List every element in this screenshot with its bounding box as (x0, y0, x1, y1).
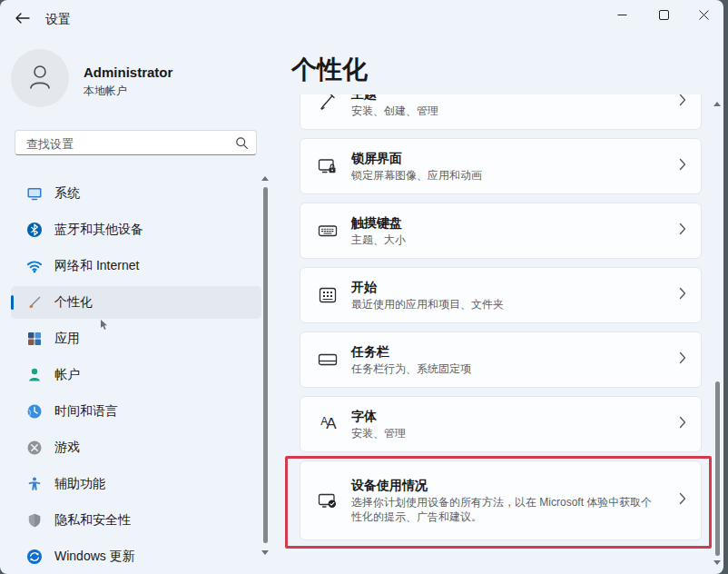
sidebar-item-label: 时间和语言 (54, 403, 118, 420)
accounts-icon (26, 367, 43, 383)
chevron-right-icon (679, 94, 686, 110)
chevron-right-icon (679, 416, 686, 432)
sidebar-item-windows-update[interactable]: Windows 更新 (11, 540, 261, 573)
sidebar-item-label: Windows 更新 (54, 549, 135, 565)
list-item-device-usage[interactable]: 设备使用情况 选择你计划使用设备的所有方法，以在 Microsoft 体验中获取… (300, 460, 702, 540)
sidebar-item-label: 应用 (54, 331, 80, 347)
sidebar-item-apps[interactable]: 应用 (11, 322, 261, 355)
windows-update-icon (26, 549, 43, 565)
settings-window: 设置 Administrator 本地帐户 系统 (0, 0, 723, 574)
back-arrow-icon (15, 14, 31, 27)
sidebar-item-label: 辅助功能 (54, 476, 105, 492)
back-button[interactable] (11, 9, 34, 29)
list-item-title: 字体 (351, 408, 406, 424)
apps-icon (26, 331, 43, 347)
sidebar-scrollbar-thumb[interactable] (263, 187, 268, 543)
user-icon (25, 61, 55, 95)
list-item-title: 任务栏 (351, 343, 471, 360)
settings-list: 主题 安装、创建、管理 锁屏界面 锁定屏幕图像、应用和动画 (300, 94, 702, 574)
sidebar-item-label: 隐私和安全性 (54, 512, 131, 529)
sidebar-scroll-up-arrow[interactable] (261, 176, 269, 181)
user-account-type: 本地帐户 (84, 84, 127, 99)
main-scroll-up-arrow[interactable] (713, 102, 721, 106)
sidebar-item-personalization[interactable]: 个性化 (11, 286, 261, 319)
system-icon (26, 185, 43, 202)
page-title: 个性化 (291, 53, 368, 87)
list-item-subtitle: 主题、大小 (351, 233, 406, 247)
sidebar-scroll-down-arrow[interactable] (261, 550, 269, 555)
mouse-cursor (100, 318, 109, 334)
user-name: Administrator (84, 64, 172, 80)
sidebar-item-privacy[interactable]: 隐私和安全性 (11, 504, 261, 537)
sidebar-item-label: 系统 (54, 185, 80, 202)
list-item-subtitle: 锁定屏幕图像、应用和动画 (351, 168, 482, 183)
list-item-subtitle: 最近使用的应用和项目、文件夹 (351, 297, 504, 312)
maximize-icon (659, 9, 669, 23)
sidebar-item-accounts[interactable]: 帐户 (11, 359, 261, 391)
search-box (15, 130, 257, 155)
sidebar-item-time-language[interactable]: 时间和语言 (11, 395, 261, 428)
sidebar-item-label: 蓝牙和其他设备 (54, 222, 143, 238)
personalization-icon (26, 294, 43, 311)
lock-screen-icon (316, 154, 339, 178)
sidebar-item-bluetooth[interactable]: 蓝牙和其他设备 (11, 213, 261, 246)
list-item-lock-screen[interactable]: 锁屏界面 锁定屏幕图像、应用和动画 (300, 138, 702, 194)
network-icon (26, 258, 43, 274)
accessibility-icon (26, 476, 43, 492)
list-item-taskbar[interactable]: 任务栏 任务栏行为、系统固定项 (300, 332, 702, 388)
list-item-title: 主题 (351, 94, 438, 102)
chevron-right-icon (679, 287, 686, 303)
search-icon (235, 136, 249, 153)
list-item-subtitle: 安装、创建、管理 (351, 104, 438, 118)
sidebar-item-network[interactable]: 网络和 Internet (11, 250, 261, 282)
sidebar-item-label: 帐户 (54, 367, 80, 383)
avatar (11, 49, 69, 107)
titlebar: 设置 (0, 0, 723, 36)
bluetooth-icon (26, 222, 43, 238)
chevron-right-icon (679, 351, 686, 368)
list-item-subtitle: 任务栏行为、系统固定项 (351, 361, 471, 376)
chevron-right-icon (679, 158, 686, 174)
sidebar-item-label: 游戏 (54, 440, 80, 456)
time-language-icon (26, 403, 43, 420)
app-title: 设置 (45, 12, 71, 28)
gaming-icon (26, 440, 43, 456)
list-item-title: 触摸键盘 (351, 214, 406, 231)
privacy-icon (26, 512, 43, 529)
list-item-touch-keyboard[interactable]: 触摸键盘 主题、大小 (300, 203, 702, 259)
sidebar-nav: 系统 蓝牙和其他设备 网络和 Internet 个性化 应用 (11, 177, 261, 574)
chevron-right-icon (679, 492, 686, 509)
start-icon (316, 283, 339, 307)
search-input[interactable] (25, 132, 228, 155)
main-scrollbar-thumb[interactable] (715, 381, 720, 556)
list-item-title: 设备使用情况 (351, 477, 659, 493)
list-item-theme[interactable]: 主题 安装、创建、管理 (300, 94, 702, 130)
touch-keyboard-icon (316, 219, 339, 242)
sidebar-item-accessibility[interactable]: 辅助功能 (11, 468, 261, 500)
taskbar-icon (316, 348, 339, 371)
sidebar-item-system[interactable]: 系统 (11, 177, 261, 210)
minimize-icon (617, 9, 627, 23)
main-scroll-down-arrow[interactable] (713, 560, 721, 565)
maximize-button[interactable] (644, 0, 684, 31)
sidebar-item-gaming[interactable]: 游戏 (11, 431, 261, 464)
minimize-button[interactable] (602, 0, 642, 31)
close-icon (699, 9, 709, 23)
chevron-right-icon (679, 223, 686, 239)
list-item-title: 锁屏界面 (351, 150, 482, 166)
fonts-icon: AA (316, 412, 339, 436)
list-item-title: 开始 (351, 279, 504, 295)
device-usage-icon (316, 489, 339, 512)
sidebar-item-label: 网络和 Internet (54, 258, 139, 274)
list-item-subtitle: 安装、管理 (351, 426, 406, 440)
close-button[interactable] (684, 0, 723, 31)
list-item-subtitle: 选择你计划使用设备的所有方法，以在 Microsoft 体验中获取个性化的提示、… (351, 495, 659, 524)
list-item-start[interactable]: 开始 最近使用的应用和项目、文件夹 (300, 267, 702, 323)
sidebar-item-label: 个性化 (54, 294, 93, 311)
list-item-fonts[interactable]: AA 字体 安装、管理 (300, 396, 702, 452)
theme-icon (316, 94, 339, 114)
